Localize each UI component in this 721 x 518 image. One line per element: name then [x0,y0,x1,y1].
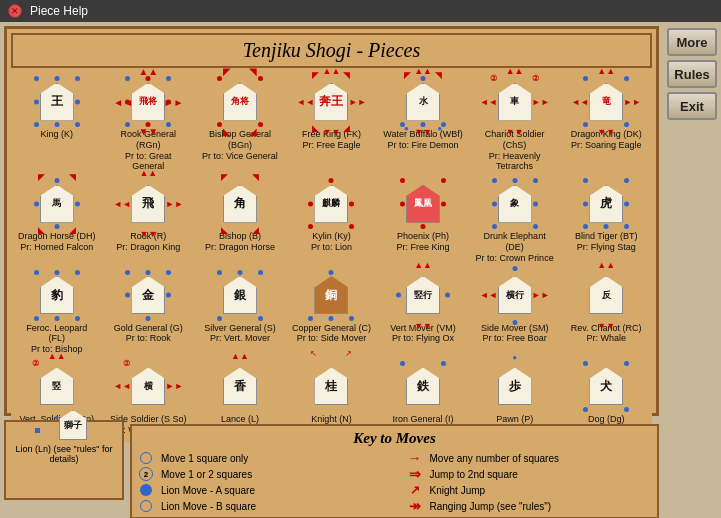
pieces-grid: 王 King (K) 飛将 ▲▲ [11,72,652,442]
piece-phoenix: 鳳凰 Phoenix (Ph)Pr: Free King [377,174,469,265]
key-item-move-any: → Move any number of squares [405,451,654,465]
piece-blind-tiger: 虎 Blind Tiger (BT)Pr: Flying Stag [560,174,652,265]
lion-section: 獅子 Lion (Ln) (see "rules" for details) [4,420,124,500]
move1-symbol [136,451,156,465]
piece-copper-general: 銅 Copper General (C)Pr to: Side Mover [286,266,378,357]
knight-jump-symbol: ↗ [405,483,425,497]
lion-b-symbol [136,499,156,513]
content-area: Tenjiku Shogi - Pieces 王 [0,22,663,518]
key-grid: Move 1 square only → Move any number of … [136,451,653,513]
piece-silver-general: 銀 Silver General (S)Pr: Vert. Mover [194,266,286,357]
key-item-jump2: ⇒ Jump to 2nd square [405,467,654,481]
piece-gold-general: 金 Gold General (G)Pr to: Rook [103,266,195,357]
piece-king: 王 King (K) [11,72,103,174]
piece-free-king: 奔王 ▲▲ ▼▼ ◄◄ ►► ◤ ◥ ◣ ◢ Free King (FK)Pr:… [286,72,378,174]
move2-symbol: 2 [136,467,156,481]
more-button[interactable]: More [667,28,717,56]
title-bar: ✕ Piece Help [0,0,721,22]
piece-vert-mover: 竪行 ▲▲ ▼▼ Vert Mover (VM)Pr to: Flying Ox [377,266,469,357]
sidebar: More Rules Exit [663,22,721,518]
piece-dragon-horse: 馬 ◤ ◥ ◣ ◢ Dragon Horse (DH)Pr: Horned Fa… [11,174,103,265]
lion-a-symbol [136,483,156,497]
piece-side-mover: 横行 ◄◄ ►► Side Mover (SM)Pr to: Free Boar [469,266,561,357]
key-title: Key to Moves [136,430,653,447]
key-item-ranging-jump: ↠ Ranging Jump (see "rules") [405,499,654,513]
key-item-lion-b: Lion Move - B square [136,499,385,513]
ranging-jump-symbol: ↠ [405,499,425,513]
piece-drunk-elephant: 象 Drunk Elephant (DE)Pr to: Crown Prince [469,174,561,265]
rules-button[interactable]: Rules [667,60,717,88]
piece-feroc-leopard: 豹 Feroc. Leopard (FL)Pr to: Bishop [11,266,103,357]
key-item-knight-jump: ↗ Knight Jump [405,483,654,497]
jump2-symbol: ⇒ [405,467,425,481]
piece-bishop-general: 角将 ◤ ◥ ◣ ◢ Bishop General (BGn)Pr to: Vi… [194,72,286,174]
piece-dragon-king: 竜 ▲▲ ▼▼ ◄◄ ►► Dragon King (DK)Pr: Soarin… [560,72,652,174]
key-item-move2: 2 Move 1 or 2 squares [136,467,385,481]
key-section: Key to Moves Move 1 square only → Move a… [130,424,659,518]
piece-bishop: 角 ◤ ◥ ◣ ◢ Bishop (B)Pr: Dragon Horse [194,174,286,265]
close-button[interactable]: ✕ [8,4,22,18]
pieces-title: Tenjiku Shogi - Pieces [11,33,652,68]
main-container: Tenjiku Shogi - Pieces 王 [0,22,721,518]
piece-rev-chariot: 反 ▲▲ ▼▼ Rev. Chariot (RC)Pr: Whale [560,266,652,357]
board-frame: Tenjiku Shogi - Pieces 王 [4,26,659,416]
piece-rook-general: 飛将 ▲▲ ▼▼ ◄◄ ►► Rook General (RGn)Pr to: … [103,72,195,174]
key-item-move1: Move 1 square only [136,451,385,465]
exit-button[interactable]: Exit [667,92,717,120]
piece-water-buffalo: 水 ▲▲ ▼▼ ◤ ◥ ● ● Water Buffalo (WBf)Pr to… [377,72,469,174]
piece-rook: 飛 ▲▲ ▼▼ ◄◄ ►► Rook (R)Pr: Dragon King [103,174,195,265]
piece-kylin: 麒麟 Kylin (Ky)Pr to: Lion [286,174,378,265]
move-any-symbol: → [405,451,425,465]
window-title: Piece Help [30,4,88,18]
piece-chariot-soldier: ② ② 車 ▲▲ ▼▼ ◄◄ ►► Chariot Soldier (ChS)P… [469,72,561,174]
key-item-lion-a: Lion Move - A square [136,483,385,497]
